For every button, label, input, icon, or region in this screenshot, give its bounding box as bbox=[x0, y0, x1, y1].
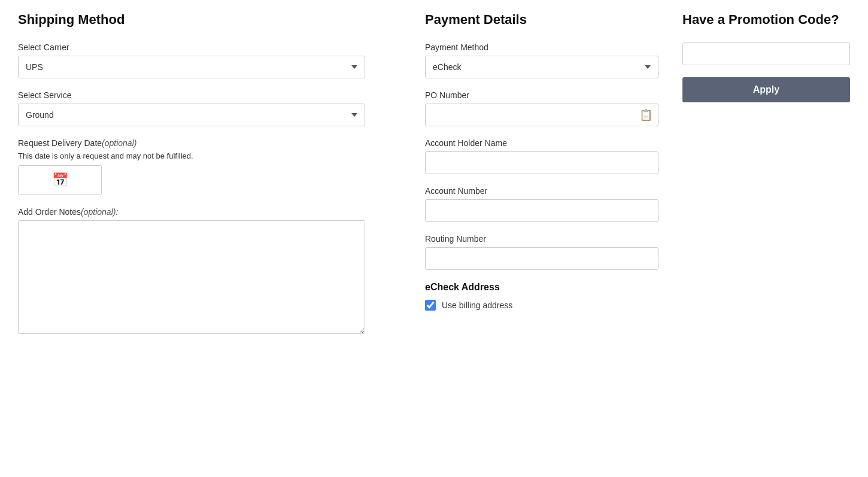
po-number-field-group: PO Number 📋 bbox=[425, 90, 658, 126]
account-number-input[interactable] bbox=[425, 199, 658, 222]
service-select[interactable]: Ground 2nd Day Air Overnight Priority Ma… bbox=[18, 104, 365, 126]
routing-number-input[interactable] bbox=[425, 247, 658, 270]
use-billing-checkbox[interactable] bbox=[425, 300, 436, 311]
order-notes-label: Add Order Notes(optional): bbox=[18, 207, 377, 217]
order-notes-textarea[interactable] bbox=[18, 220, 365, 334]
delivery-date-note: This date is only a request and may not … bbox=[18, 151, 377, 160]
use-billing-label: Use billing address bbox=[442, 300, 512, 310]
account-holder-field-group: Account Holder Name bbox=[425, 138, 658, 174]
promo-section: Have a Promotion Code? Apply bbox=[682, 12, 850, 348]
payment-method-select[interactable]: eCheck Credit Card PayPal Purchase Order bbox=[425, 56, 658, 78]
carrier-select[interactable]: UPS FedEx USPS DHL bbox=[18, 56, 365, 78]
apply-button[interactable]: Apply bbox=[682, 77, 850, 102]
shipping-method-section: Shipping Method Select Carrier UPS FedEx… bbox=[18, 12, 377, 348]
routing-number-label: Routing Number bbox=[425, 234, 658, 244]
service-field-group: Select Service Ground 2nd Day Air Overni… bbox=[18, 90, 377, 126]
right-column: Payment Details Payment Method eCheck Cr… bbox=[425, 12, 850, 348]
account-holder-label: Account Holder Name bbox=[425, 138, 658, 148]
delivery-date-field-group: Request Delivery Date(optional) This dat… bbox=[18, 138, 377, 195]
order-notes-field-group: Add Order Notes(optional): bbox=[18, 207, 377, 336]
calendar-icon: 📅 bbox=[52, 172, 68, 188]
promo-title: Have a Promotion Code? bbox=[682, 12, 850, 28]
po-number-input[interactable] bbox=[425, 104, 658, 126]
shipping-title: Shipping Method bbox=[18, 12, 377, 28]
po-number-label: PO Number bbox=[425, 90, 658, 100]
date-picker-button[interactable]: 📅 bbox=[18, 165, 102, 195]
payment-title: Payment Details bbox=[425, 12, 658, 28]
carrier-field-group: Select Carrier UPS FedEx USPS DHL bbox=[18, 42, 377, 78]
clipboard-icon: 📋 bbox=[639, 108, 652, 121]
payment-method-field-group: Payment Method eCheck Credit Card PayPal… bbox=[425, 42, 658, 78]
delivery-date-label: Request Delivery Date(optional) bbox=[18, 138, 377, 148]
promo-input-wrapper bbox=[682, 42, 850, 65]
echeck-address-title: eCheck Address bbox=[425, 282, 658, 293]
routing-number-field-group: Routing Number bbox=[425, 234, 658, 270]
po-number-wrapper: 📋 bbox=[425, 104, 658, 126]
payment-details-section: Payment Details Payment Method eCheck Cr… bbox=[425, 12, 658, 348]
service-label: Select Service bbox=[18, 90, 377, 100]
payment-method-label: Payment Method bbox=[425, 42, 658, 52]
use-billing-row: Use billing address bbox=[425, 300, 658, 311]
promo-code-input[interactable] bbox=[682, 42, 850, 65]
carrier-label: Select Carrier bbox=[18, 42, 377, 52]
page-container: Shipping Method Select Carrier UPS FedEx… bbox=[18, 12, 850, 348]
account-number-field-group: Account Number bbox=[425, 186, 658, 222]
account-number-label: Account Number bbox=[425, 186, 658, 196]
account-holder-input[interactable] bbox=[425, 151, 658, 174]
